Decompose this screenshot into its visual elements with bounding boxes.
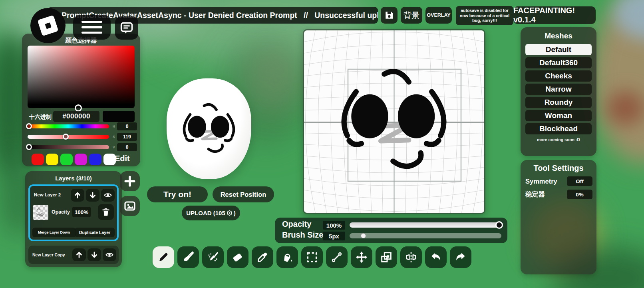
opacity-slider-knob[interactable]	[495, 221, 503, 229]
value-slider-label: V	[111, 145, 116, 149]
import-image-button[interactable]	[120, 196, 140, 216]
saturation-slider-label: S	[111, 135, 116, 139]
chat-bubble-icon	[119, 21, 134, 35]
chat-button[interactable]	[115, 16, 138, 40]
stabilizer-row: 稳定器 0%	[521, 190, 596, 199]
brush-size-value[interactable]: 5px	[323, 232, 345, 240]
tool-eraser-button[interactable]	[227, 246, 248, 268]
layer-visibility-button[interactable]	[103, 248, 116, 261]
arrow-up-icon	[73, 191, 82, 200]
mesh-roundy-button[interactable]: Roundy	[525, 97, 592, 108]
painted-face-preview	[176, 94, 242, 160]
tool-settings-panel: Tool Settings Symmetry Off 稳定器 0%	[521, 160, 596, 274]
mesh-cheeks-button[interactable]: Cheeks	[525, 70, 592, 82]
tool-fill-bucket-button[interactable]	[276, 246, 298, 268]
meshes-title: Meshes	[521, 32, 596, 40]
merge-layer-down-button[interactable]: Merge Layer Down	[32, 228, 76, 237]
tool-move-button[interactable]	[351, 246, 372, 268]
app-title: FACEPAINTING! v0.1.4	[513, 6, 596, 24]
edit-swatches-button[interactable]: Edit	[115, 154, 130, 163]
layer-item[interactable]: New Layer Copy	[28, 246, 119, 264]
arrow-down-icon	[88, 191, 97, 200]
mesh-blockhead-button[interactable]: Blockhead	[525, 123, 592, 134]
mesh-narrow-button[interactable]: Narrow	[525, 84, 592, 95]
move-icon	[355, 250, 368, 264]
tool-eyedropper-button[interactable]	[252, 246, 273, 268]
color-picker-panel: 颜色选择器 十六进制 #000000 H 0 S 119 V 0	[22, 34, 140, 166]
hex-input[interactable]: #000000	[53, 111, 99, 122]
mesh-default-button[interactable]: Default	[525, 44, 592, 55]
saturation-value-gradient[interactable]	[28, 46, 135, 108]
tool-settings-title: Tool Settings	[521, 164, 596, 173]
upload-button[interactable]: UPLOAD (105 )	[182, 206, 240, 220]
layer-delete-button[interactable]	[98, 204, 114, 220]
meshes-footer-note: more coming soon :D	[521, 137, 596, 142]
swatch-blue[interactable]	[89, 154, 101, 165]
layer-name: New Layer Copy	[32, 252, 65, 257]
brush-size-slider-knob[interactable]	[361, 233, 366, 238]
saturation-knob[interactable]	[63, 134, 69, 140]
layer-thumbnail[interactable]	[33, 205, 48, 220]
redo-button[interactable]	[450, 246, 471, 268]
save-button[interactable]	[381, 7, 398, 24]
floppy-disk-icon	[384, 10, 395, 21]
tool-airbrush-button[interactable]	[202, 246, 224, 268]
try-on-button[interactable]: Try on!	[147, 186, 208, 202]
paintbrush-icon	[182, 251, 195, 264]
stabilizer-value[interactable]: 0%	[567, 190, 592, 199]
saturation-slider[interactable]	[28, 135, 109, 139]
swatch-magenta[interactable]	[75, 154, 87, 165]
opacity-value[interactable]: 100%	[323, 221, 345, 230]
mesh-default360-button[interactable]: Default360	[525, 57, 592, 68]
meshes-panel: Meshes Default Default360 Cheeks Narrow …	[521, 27, 596, 156]
value-slider[interactable]	[28, 145, 109, 149]
layer-opacity-value[interactable]: 100%	[72, 207, 91, 217]
tool-pencil-button[interactable]	[153, 246, 174, 268]
trash-icon	[101, 207, 111, 217]
tool-paintbrush-button[interactable]	[177, 246, 199, 268]
symmetry-label: Symmetry	[525, 178, 557, 185]
fill-bucket-icon	[281, 251, 294, 264]
current-color-swatch	[103, 111, 135, 122]
layer-move-up-button[interactable]	[72, 248, 86, 261]
tool-mirror-button[interactable]	[400, 246, 422, 268]
eyedropper-icon	[256, 251, 269, 264]
swatch-white[interactable]	[103, 154, 116, 165]
layer-move-down-button[interactable]	[87, 248, 101, 261]
line-tool-icon	[330, 251, 343, 264]
duplicate-layer-button[interactable]: Duplicate Layer	[75, 228, 115, 237]
tool-line-button[interactable]	[326, 246, 348, 268]
menu-button[interactable]	[73, 15, 111, 40]
swatch-red[interactable]	[32, 154, 44, 165]
layer-move-up-button[interactable]	[71, 189, 84, 202]
overlay-button[interactable]: OVERLAY	[425, 7, 452, 24]
opacity-slider[interactable]	[350, 222, 501, 228]
plus-icon	[123, 174, 137, 188]
mirror-icon	[405, 251, 417, 264]
tool-select-marquee-button[interactable]	[301, 246, 323, 268]
layer-item-selected[interactable]: New Layer 2 Opacity 100%	[28, 184, 119, 241]
layer-visibility-button[interactable]	[101, 189, 115, 202]
symmetry-toggle[interactable]: Off	[567, 176, 592, 186]
reset-position-button[interactable]: Reset Position	[213, 186, 274, 202]
tools-toolbar	[153, 246, 471, 268]
background-button[interactable]: 背景	[401, 7, 422, 24]
hue-knob[interactable]	[26, 123, 32, 129]
tool-transform-button[interactable]	[376, 246, 397, 268]
swatch-yellow[interactable]	[46, 154, 58, 165]
brush-size-label: Brush Size	[282, 230, 323, 240]
layer-move-down-button[interactable]	[86, 189, 99, 202]
brush-size-slider[interactable]	[350, 233, 501, 238]
undo-button[interactable]	[425, 246, 447, 268]
image-icon	[123, 200, 136, 212]
painted-face-drawing	[328, 51, 460, 183]
hue-slider-label: H	[111, 124, 116, 128]
swatch-green[interactable]	[60, 154, 73, 165]
hue-slider[interactable]	[28, 124, 109, 128]
undo-icon	[429, 251, 442, 264]
roblox-logo-icon	[30, 8, 66, 43]
value-knob[interactable]	[26, 144, 32, 150]
drawing-canvas[interactable]	[304, 30, 484, 213]
add-layer-button[interactable]	[120, 171, 140, 191]
mesh-woman-button[interactable]: Woman	[525, 110, 592, 121]
